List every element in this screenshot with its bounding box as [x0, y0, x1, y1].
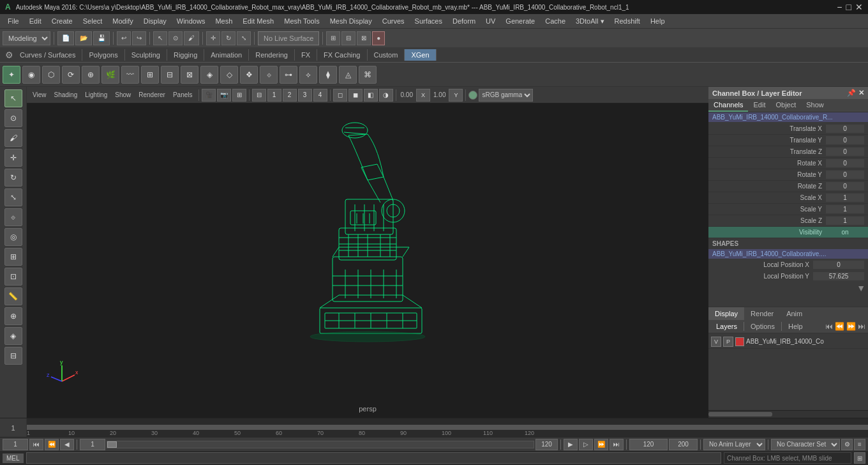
vp-light-btn[interactable]: ◑ [379, 89, 393, 102]
tab-custom[interactable]: Custom [368, 49, 405, 61]
vp-camera-btn[interactable]: 🎥 [202, 89, 216, 102]
redo-btn[interactable]: ↪ [132, 31, 146, 45]
mel-input[interactable] [26, 452, 721, 464]
menu-mesh-tools[interactable]: Mesh Tools [279, 16, 324, 26]
xgen-icon-18[interactable]: ◬ [339, 66, 357, 84]
undo-btn[interactable]: ↩ [117, 31, 131, 45]
timeline-ruler[interactable]: 1 10 20 30 40 50 60 70 80 90 100 110 120 [27, 418, 868, 438]
menu-edit[interactable]: Edit [24, 16, 47, 26]
measure-tool[interactable]: 📏 [4, 287, 22, 305]
char-set-extra-btn[interactable]: ≡ [854, 439, 865, 450]
xgen-icon-11[interactable]: ◈ [200, 66, 218, 84]
menu-redshift[interactable]: Redshift [610, 16, 645, 26]
menu-mesh[interactable]: Mesh [210, 16, 237, 26]
tab-rendering[interactable]: Rendering [249, 49, 295, 61]
channel-local-pos-x[interactable]: Local Position X 0 [708, 259, 868, 270]
range-start-handle[interactable] [107, 441, 117, 448]
vp-shaded-btn[interactable]: ◼ [348, 89, 363, 102]
display-options-btn[interactable]: ⊞ [326, 31, 340, 45]
tab-sculpting[interactable]: Sculpting [125, 49, 167, 61]
tab-rigging[interactable]: Rigging [167, 49, 204, 61]
xgen-icon-4[interactable]: ⟳ [62, 66, 80, 84]
no-char-set-select[interactable]: No Character Set [771, 439, 840, 450]
layers-tab-layers[interactable]: Layers [711, 321, 742, 332]
lighting-menu-btn[interactable]: Lighting [82, 89, 110, 102]
menu-uv[interactable]: UV [481, 16, 500, 26]
xgen-icon-6[interactable]: 🌿 [101, 66, 119, 84]
snap-btn[interactable]: ⊠ [357, 31, 371, 45]
max-frame-input[interactable] [669, 439, 698, 450]
step-fwd-btn[interactable]: ⏩ [594, 439, 608, 450]
range-start-input[interactable] [80, 439, 105, 450]
isolate-select-tool[interactable]: ⊡ [4, 268, 22, 286]
xgen-icon-12[interactable]: ◇ [220, 66, 238, 84]
menu-3dto-all[interactable]: 3DtoAll ▾ [571, 16, 610, 27]
char-set-settings-btn[interactable]: ⚙ [841, 439, 853, 450]
render-region-tool[interactable]: ⊟ [4, 347, 22, 365]
menu-file[interactable]: File [3, 16, 24, 26]
channel-visibility[interactable]: Visibility on [708, 227, 868, 238]
layers-tab-help[interactable]: Help [783, 321, 808, 332]
menu-help[interactable]: Help [645, 16, 670, 26]
menu-windows[interactable]: Windows [172, 16, 211, 26]
channel-scale-y[interactable]: Scale Y 1 [708, 204, 868, 215]
scale-tool-btn[interactable]: ⤡ [237, 31, 251, 45]
scale-tool[interactable]: ⤡ [4, 188, 22, 206]
xgen-icon-16[interactable]: ⟡ [299, 66, 317, 84]
tab-fx[interactable]: FX [295, 49, 317, 61]
vp-viewport4-btn[interactable]: 4 [313, 89, 327, 102]
cb-tab-edit[interactable]: Edit [748, 99, 770, 112]
xgen-icon-8[interactable]: ⊞ [141, 66, 159, 84]
maximize-button[interactable]: □ [846, 2, 851, 12]
menu-create[interactable]: Create [47, 16, 78, 26]
xgen-icon-15[interactable]: ⊶ [280, 66, 297, 84]
script-editor-btn[interactable]: ⊞ [854, 452, 865, 464]
channel-translate-z[interactable]: Translate Z 0 [708, 146, 868, 158]
grid-btn[interactable]: ⊟ [341, 31, 355, 45]
current-frame-input[interactable] [3, 439, 28, 450]
vp-viewport3-btn[interactable]: 3 [298, 89, 312, 102]
layers-rewind-icon[interactable]: ⏮ [825, 322, 833, 331]
vp-texture-btn[interactable]: ◧ [364, 89, 378, 102]
close-button[interactable]: ✕ [855, 2, 863, 12]
universal-manip-tool[interactable]: ⟐ [4, 208, 22, 226]
next-frame-btn[interactable]: ▷ [579, 439, 593, 450]
layer-item-1[interactable]: V P ABB_YuMi_IRB_14000_Co [708, 335, 868, 349]
render-preview-btn[interactable]: ● [372, 31, 385, 45]
xgen-icon-19[interactable]: ⌘ [359, 66, 377, 84]
vp-transform-x-btn[interactable]: X [416, 89, 430, 102]
layers-back-icon[interactable]: ⏪ [835, 322, 844, 331]
new-file-btn[interactable]: 📄 [57, 31, 74, 45]
xgen-icon-10[interactable]: ⊠ [181, 66, 198, 84]
xgen-icon-1[interactable]: ✦ [3, 66, 20, 84]
show-menu-btn[interactable]: Show [112, 89, 134, 102]
menu-edit-mesh[interactable]: Edit Mesh [237, 16, 279, 26]
workspace-select[interactable]: Modeling [3, 31, 50, 45]
settings-icon[interactable]: ⚙ [5, 50, 13, 60]
channel-rotate-x[interactable]: Rotate X 0 [708, 158, 868, 169]
menu-select[interactable]: Select [78, 16, 108, 26]
play-btn[interactable]: ▶ [564, 439, 578, 450]
vp-grid-btn[interactable]: ⊞ [232, 89, 246, 102]
tab-xgen[interactable]: XGen [405, 49, 436, 61]
channel-scale-x[interactable]: Scale X 1 [708, 192, 868, 204]
menu-cache[interactable]: Cache [540, 16, 571, 26]
lasso-select-tool[interactable]: ⊙ [4, 109, 22, 127]
layer-v-button[interactable]: V [711, 337, 721, 347]
xgen-icon-7[interactable]: 〰 [121, 66, 139, 84]
tab-polygons[interactable]: Polygons [82, 49, 124, 61]
move-tool-btn[interactable]: ✛ [206, 31, 220, 45]
lasso-tool-btn[interactable]: ⊙ [168, 31, 183, 45]
select-tool-btn[interactable]: ↖ [153, 31, 167, 45]
channel-rotate-y[interactable]: Rotate Y 0 [708, 169, 868, 181]
expand-arrow[interactable]: ▼ [708, 282, 868, 294]
menu-surfaces[interactable]: Surfaces [410, 16, 447, 26]
open-file-btn[interactable]: 📂 [75, 31, 92, 45]
right-panel-scrollbar[interactable] [708, 410, 868, 418]
tab-fx-caching[interactable]: FX Caching [317, 49, 367, 61]
layers-end-icon[interactable]: ⏭ [858, 322, 865, 331]
cb-tab-object[interactable]: Object [770, 99, 801, 112]
tab-display[interactable]: Display [708, 307, 744, 320]
snap-grid-tool[interactable]: ⊞ [4, 248, 22, 266]
layer-color-swatch[interactable] [735, 337, 744, 346]
